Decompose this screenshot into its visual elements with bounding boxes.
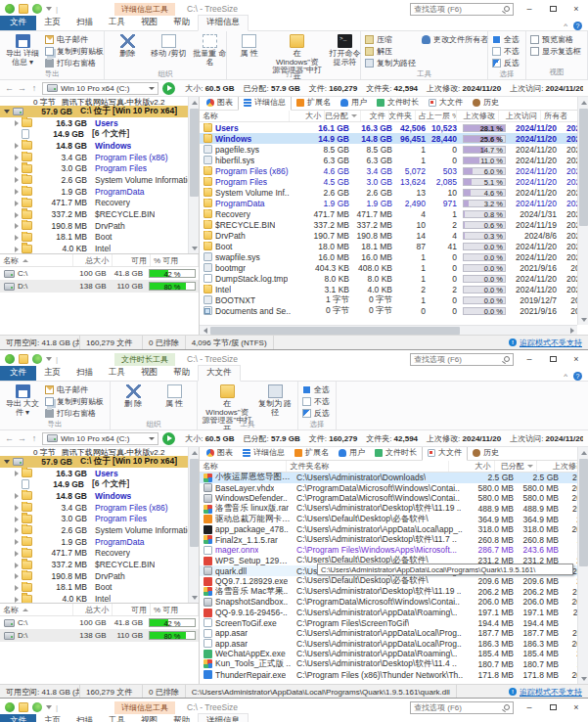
tree-row[interactable]: 3.0 GB Program Files — [0, 513, 199, 524]
search-input[interactable] — [414, 703, 501, 712]
ribbon-button[interactable]: 显示复选框 — [530, 45, 583, 57]
expander-icon[interactable] — [12, 141, 21, 150]
tree-row[interactable]: 190.8 MB DrvPath — [0, 570, 199, 582]
drive-column-header[interactable]: 总大小 — [73, 604, 113, 615]
ribbon-tab[interactable]: 视图 — [133, 714, 165, 722]
column-header[interactable]: 文件夹 — [389, 111, 416, 121]
tree-row[interactable]: 3.4 GB Program Files (x86) — [0, 502, 199, 514]
ribbon-tab[interactable]: 主页 — [36, 714, 68, 722]
ribbon-button[interactable]: 打开命令 提示符 — [327, 33, 364, 68]
table-row[interactable]: BOOTNXT 1 字节 0 字节 1 0 0.0 % 2019/12/7 20… — [200, 294, 588, 305]
ribbon-tab[interactable]: 视图 — [133, 16, 165, 30]
view-tab[interactable]: 文件时长 — [372, 97, 424, 110]
drive-column-header[interactable]: 名称 — [0, 254, 73, 266]
path-combobox[interactable]: Win 10 Pro x64 (C:) — [42, 432, 158, 445]
column-header[interactable]: 已分配 — [495, 461, 537, 472]
path-combobox[interactable]: Win 10 Pro x64 (C:) — [42, 82, 158, 95]
drive-row[interactable]: C:\ 100 GB 41.8 GB 42 % — [0, 267, 199, 280]
tree-row-partial[interactable]: 0 字节腾讯下载网站写真-中秋版v2.2 — [0, 447, 199, 456]
tree-row-partial[interactable]: 0 字节腾讯下载网站写真-中秋版v2.2 — [0, 97, 199, 106]
column-header[interactable]: 占上一层 %... — [416, 111, 457, 121]
tree-row[interactable]: 2.6 GB System Volume Information — [0, 524, 199, 536]
expander-icon[interactable] — [12, 245, 21, 253]
drive-column-header[interactable]: % 可用 — [151, 254, 199, 266]
table-row[interactable]: QQ-9.9.16-29456-.. C:\Users\Administrato… — [200, 608, 588, 618]
expander-icon[interactable] — [12, 130, 21, 139]
tree-row[interactable]: 1.9 GB ProgramData — [0, 536, 199, 548]
tree-row[interactable]: 14.8 GB Windows — [0, 140, 199, 152]
ribbon-button[interactable]: 反选 — [492, 57, 521, 68]
scroll-thumb[interactable] — [210, 327, 460, 335]
expander-open-icon[interactable] — [3, 457, 12, 466]
scroll-up-icon[interactable] — [581, 101, 587, 105]
status-link[interactable]: ! 追踪模式不受支持 — [509, 687, 588, 698]
column-header[interactable]: 大小 — [290, 111, 326, 121]
drive-row[interactable]: D:\ 138 GB 110 GB 80 % — [0, 280, 199, 293]
horizontal-scrollbar[interactable] — [200, 325, 577, 335]
ribbon-button[interactable]: 删 除 — [114, 384, 152, 419]
tree-row[interactable]: 14.8 GB Windows — [0, 490, 199, 502]
up-icon[interactable]: ↑ — [30, 83, 38, 93]
ribbon-button[interactable]: 移动 /剪切 — [150, 33, 187, 68]
ribbon-tab[interactable]: 视图 — [133, 366, 165, 381]
ribbon-button[interactable]: 打印右窗格 — [45, 407, 106, 419]
ribbon-button[interactable]: 导出 大文件 ▾ — [4, 384, 41, 419]
ribbon-button[interactable]: 反选 — [302, 407, 332, 419]
tree-row[interactable]: 337.2 MB $RECYCLE.BIN — [0, 559, 199, 570]
column-header[interactable]: 大小 — [449, 461, 495, 472]
scroll-down-icon[interactable] — [192, 247, 198, 250]
table-row[interactable]: 洛雪音乐 Mac苹果.. C:\Users\Administrator\Desk… — [200, 587, 588, 598]
table-row[interactable]: 驱动总裁万能网卡版.. C:\Users\Default\Desktop\必备软… — [200, 514, 588, 524]
scroll-down-icon[interactable] — [581, 318, 587, 322]
scroll-right-icon[interactable] — [570, 328, 574, 334]
expander-icon[interactable] — [12, 187, 21, 196]
view-tab[interactable]: 历史 — [468, 97, 504, 110]
chevron-down-icon[interactable] — [149, 87, 155, 90]
qat-scan-icon[interactable] — [32, 702, 42, 712]
qat-customize-caret-icon[interactable] — [46, 7, 52, 11]
expander-icon[interactable] — [12, 549, 21, 558]
tree-row[interactable]: 190.8 MB DrvPath — [0, 220, 199, 232]
view-tab[interactable]: 用户 — [334, 447, 370, 460]
tab-details-active[interactable]: 详细信息 — [198, 713, 249, 722]
table-row[interactable]: $RECYCLE.BIN 337.2 MB 337.2 MB 10 2 0.6 … — [200, 219, 588, 230]
ribbon-button[interactable]: 打印右窗格 — [45, 57, 106, 68]
view-tab[interactable]: 扩展名 — [292, 97, 336, 110]
view-tab[interactable]: 大文件 — [424, 97, 468, 110]
expander-icon[interactable] — [12, 595, 21, 604]
table-row[interactable]: Users 16.1 GB 16.3 GB 42,506 10,523 28.1… — [200, 122, 588, 133]
up-icon[interactable]: ↑ — [30, 433, 38, 443]
back-icon[interactable]: ← — [5, 83, 14, 93]
chevron-down-icon[interactable] — [149, 437, 155, 440]
search-icon[interactable] — [504, 356, 510, 362]
view-tab[interactable]: 图表 — [202, 97, 238, 110]
help-icon[interactable]: ? — [573, 372, 582, 381]
table-row[interactable]: Recovery 471.7 MB 471.7 MB 4 1 0.8 % 202… — [200, 208, 588, 219]
status-link[interactable]: ! 追踪模式不受支持 — [509, 338, 588, 348]
ribbon-button[interactable]: 属 性 — [231, 33, 268, 68]
table-row[interactable]: DrvPath 190.7 MB 190.8 MB 14 4 0.3 % 202… — [200, 230, 588, 241]
expander-icon[interactable] — [12, 199, 21, 207]
expander-icon[interactable] — [12, 210, 21, 219]
scroll-up-icon[interactable] — [192, 101, 198, 105]
qat-customize-caret-icon[interactable] — [46, 705, 52, 709]
expander-icon[interactable] — [12, 175, 21, 184]
maximize-button[interactable] — [541, 350, 565, 368]
expander-icon[interactable] — [12, 480, 21, 489]
ribbon-button[interactable]: 批量重 命名 — [191, 33, 228, 68]
tree-scrollbar[interactable] — [188, 97, 199, 253]
table-row[interactable]: Documents and Se.. 0 字节 0 字节 0 0 0.0 % 2… — [200, 305, 588, 316]
expander-icon[interactable] — [12, 469, 21, 477]
tree-row[interactable]: 337.2 MB $RECYCLE.BIN — [0, 208, 199, 220]
collapse-ribbon-icon[interactable]: ^ — [564, 372, 567, 381]
expander-icon[interactable] — [12, 118, 21, 127]
expander-icon[interactable] — [12, 164, 21, 173]
table-row[interactable]: DumpStack.log.tmp 8.0 KB 8.0 KB 1 0 0.0 … — [200, 273, 588, 284]
ribbon-tab[interactable]: 帮助 — [165, 714, 198, 722]
ribbon-tab[interactable]: 扫描 — [68, 16, 101, 30]
forward-icon[interactable]: → — [18, 83, 26, 93]
back-icon[interactable]: ← — [5, 433, 14, 443]
ribbon-button[interactable]: 删除 — [109, 33, 146, 68]
tree-row[interactable]: 471.7 MB Recovery — [0, 198, 199, 209]
tab-file[interactable]: 文件 — [0, 366, 36, 381]
